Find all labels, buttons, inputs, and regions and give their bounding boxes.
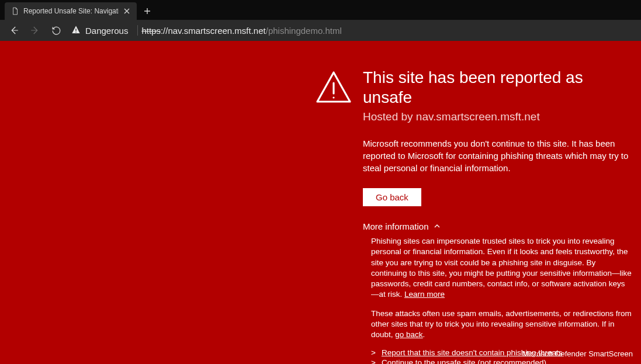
- learn-more-link[interactable]: Learn more: [404, 290, 445, 299]
- url-host: nav.smartscreen.msft.net: [168, 26, 265, 36]
- new-tab-button[interactable]: [139, 3, 155, 19]
- svg-rect-0: [75, 29, 76, 31]
- chevron-right-icon: >: [371, 358, 376, 364]
- close-tab-icon[interactable]: [122, 6, 131, 16]
- browser-tab[interactable]: Reported Unsafe Site: Navigation: [5, 2, 137, 20]
- more-information-detail: Phishing sites can impersonate trusted s…: [371, 236, 632, 340]
- tab-title: Reported Unsafe Site: Navigation: [23, 7, 119, 15]
- warning-triangle-large-icon: [315, 69, 352, 109]
- refresh-button[interactable]: [47, 21, 65, 40]
- detail-paragraph-2b: .: [423, 330, 425, 339]
- toolbar: Dangerous https://nav.smartscreen.msft.n…: [0, 20, 641, 41]
- warning-subheading: Hosted by nav.smartscreen.msft.net: [363, 110, 632, 123]
- warning-page: This site has been reported as unsafe Ho…: [0, 41, 641, 364]
- url-path: /phishingdemo.html: [266, 26, 342, 36]
- address-bar[interactable]: https://nav.smartscreen.msft.net/phishin…: [141, 22, 341, 39]
- go-back-link[interactable]: go back: [395, 330, 422, 339]
- footer-brand: Microsoft Defender SmartScreen: [522, 349, 633, 358]
- url-separator: ://: [161, 26, 168, 36]
- chevron-right-icon: >: [371, 348, 376, 357]
- warning-triangle-icon: [71, 25, 81, 36]
- svg-rect-1: [75, 32, 76, 32]
- more-information-label: More information: [363, 221, 429, 231]
- warning-heading: This site has been reported as unsafe: [363, 68, 632, 107]
- forward-button[interactable]: [26, 21, 44, 40]
- svg-point-3: [332, 96, 334, 98]
- back-button[interactable]: [5, 21, 23, 40]
- page-icon: [11, 6, 20, 16]
- warning-block: This site has been reported as unsafe Ho…: [363, 68, 632, 364]
- site-safety-badge[interactable]: Dangerous: [68, 22, 134, 39]
- site-safety-label: Dangerous: [85, 26, 128, 36]
- toolbar-separator: [137, 25, 138, 36]
- url-protocol: https: [141, 26, 161, 36]
- go-back-button[interactable]: Go back: [363, 188, 421, 206]
- continue-unsafe-link[interactable]: Continue to the unsafe site (not recomme…: [382, 358, 546, 364]
- warning-body: Microsoft recommends you don't continue …: [363, 137, 632, 174]
- more-information-toggle[interactable]: More information: [363, 221, 632, 231]
- chevron-up-icon: [434, 221, 441, 231]
- tab-bar: Reported Unsafe Site: Navigation: [0, 0, 641, 20]
